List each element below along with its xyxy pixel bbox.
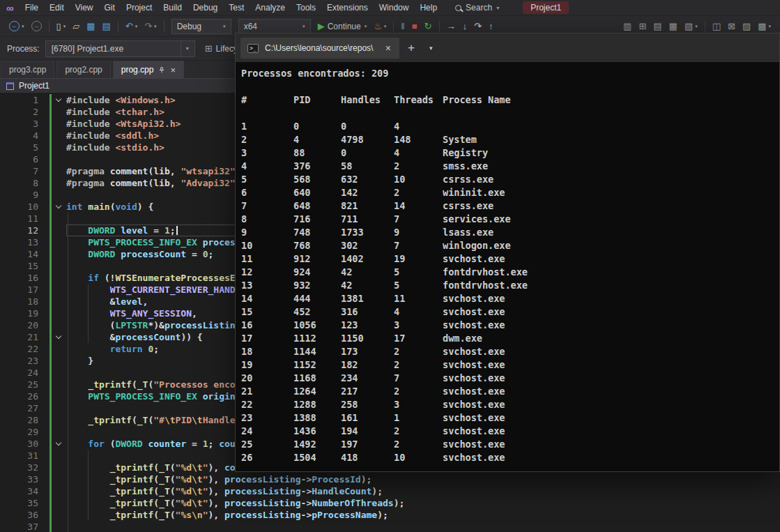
navigate-back-icon[interactable]: ←▾ — [7, 19, 26, 34]
autos-window-icon[interactable]: ▤ — [651, 19, 664, 34]
menu-debug[interactable]: Debug — [188, 1, 223, 14]
terminal-line: Processos encontrados: 209 — [241, 67, 779, 80]
step-out-icon[interactable]: ↑ — [487, 19, 496, 34]
locals-window-icon[interactable]: ▦ — [667, 19, 680, 34]
line-number: 14 — [0, 248, 38, 260]
process-row: 107683027winlogon.exe — [241, 239, 779, 252]
process-row: 2313881611svchost.exe — [241, 411, 779, 425]
solution-platforms-dropdown[interactable]: x64▾ — [238, 19, 311, 34]
menu-file[interactable]: File — [20, 1, 44, 14]
change-tracking-bar — [49, 94, 52, 532]
indent-guide — [88, 450, 89, 521]
process-dropdown-value: [6780] Project1.exe — [52, 44, 123, 54]
pin-icon[interactable] — [158, 66, 165, 74]
process-row: 171112115017dwm.exe — [241, 332, 779, 345]
process-row: 1911521822svchost.exe — [241, 358, 779, 372]
save-icon[interactable]: ▦ — [84, 19, 97, 34]
terminal-dropdown-button[interactable]: ▾ — [423, 45, 439, 52]
process-row: 13932425fontdrvhost.exe — [241, 279, 779, 292]
step-into-icon[interactable]: ↓ — [461, 19, 470, 34]
menu-help[interactable]: Help — [414, 1, 443, 14]
collapse-chevron-icon[interactable] — [56, 440, 61, 446]
immediate-window-icon[interactable]: ▨ — [740, 19, 753, 34]
fold-margin — [51, 367, 66, 379]
menu-analyze[interactable]: Analyze — [250, 1, 291, 14]
show-next-statement-icon[interactable]: → — [445, 19, 458, 34]
terminal-tab-bar: >_ C:\Users\leona\source\repos\ × + ▾ — [236, 33, 779, 62]
code-line: 34 _tprintf(_T("%d\t"), processListing->… — [0, 485, 780, 497]
save-all-icon[interactable]: ▤ — [100, 19, 112, 34]
breakpoints-window-icon[interactable]: ◫ — [710, 19, 723, 34]
solution-configurations-dropdown[interactable]: Debug▾ — [171, 19, 231, 34]
collapse-chevron-icon[interactable] — [56, 333, 61, 339]
undo-icon[interactable]: ↶▾ — [123, 19, 139, 34]
solution-name-button[interactable]: Project1 — [523, 1, 569, 14]
line-number: 32 — [0, 462, 38, 473]
text-cursor — [176, 226, 178, 235]
lifecycle-events-icon: ⊞ — [205, 43, 213, 54]
line-number: 8 — [0, 177, 38, 189]
terminal-window[interactable]: >_ C:\Users\leona\source\repos\ × + ▾ Pr… — [235, 33, 780, 472]
process-dropdown[interactable]: [6780] Project1.exe ▾ — [45, 40, 195, 57]
line-number: 28 — [0, 414, 38, 426]
menu-edit[interactable]: Edit — [44, 1, 70, 14]
tab-prog3.cpp[interactable]: prog3.cpp — [1, 61, 54, 78]
process-row: 764882114csrss.exe — [241, 199, 779, 213]
terminal-tab[interactable]: >_ C:\Users\leona\source\repos\ × — [240, 38, 399, 59]
process-row: 1610561233svchost.exe — [241, 319, 779, 332]
search-icon — [455, 5, 461, 11]
terminal-new-tab-button[interactable]: + — [399, 41, 423, 55]
exception-settings-icon[interactable]: ⊠ — [726, 19, 737, 34]
chevron-down-icon: ▾ — [181, 41, 189, 56]
line-number: 24 — [0, 367, 38, 379]
menu-test[interactable]: Test — [223, 1, 250, 14]
fold-margin — [51, 426, 66, 438]
visual-studio-logo-icon: ∞ — [6, 2, 14, 14]
fold-margin — [51, 248, 66, 260]
line-number: 29 — [0, 426, 38, 438]
diagnostic-tools-icon[interactable]: ▥ — [621, 19, 634, 34]
collapse-chevron-icon[interactable] — [56, 96, 61, 102]
menu-git[interactable]: Git — [99, 1, 121, 14]
menu-build[interactable]: Build — [158, 1, 188, 14]
close-icon[interactable]: × — [170, 65, 176, 75]
open-file-icon[interactable]: ▱ — [70, 19, 82, 34]
fold-margin — [51, 153, 66, 165]
menu-project[interactable]: Project — [121, 1, 158, 14]
tab-prog2.cpp[interactable]: prog2.cpp — [56, 61, 110, 78]
code-line: 37 — [0, 521, 780, 532]
step-over-icon[interactable]: ↷ — [472, 19, 484, 34]
fold-margin — [51, 319, 66, 331]
collapse-chevron-icon[interactable] — [56, 203, 61, 208]
output-window-icon[interactable]: ▩▾ — [756, 19, 773, 34]
line-number: 2 — [0, 106, 38, 118]
watch-window-icon[interactable]: ⊞ — [636, 19, 648, 34]
toolbar-separator — [49, 21, 49, 32]
process-row: 1811441732svchost.exe — [241, 345, 779, 358]
menu-view[interactable]: View — [70, 1, 99, 14]
hot-reload-icon[interactable]: ♨▾ — [372, 19, 388, 34]
search-label: Search — [466, 3, 492, 13]
fold-margin — [51, 414, 66, 426]
menu-window[interactable]: Window — [374, 1, 415, 14]
project-window-title: Project1 — [19, 81, 49, 91]
restart-icon[interactable]: ↻ — [422, 19, 434, 34]
redo-icon[interactable]: ↷▾ — [142, 19, 158, 34]
search-box[interactable]: Search ▾ — [455, 3, 499, 13]
tab-prog.cpp[interactable]: prog.cpp× — [113, 61, 184, 78]
break-all-icon[interactable]: ‖ — [399, 19, 406, 34]
new-file-icon[interactable]: ▯▾ — [54, 19, 68, 34]
stop-debugging-icon[interactable]: ■ — [410, 19, 420, 34]
navigate-forward-icon[interactable]: → — [29, 19, 44, 34]
process-row: 1004 — [241, 120, 779, 133]
fold-margin — [51, 343, 66, 355]
line-number: 35 — [0, 497, 38, 509]
terminal-tab-close-icon[interactable]: × — [383, 43, 394, 54]
menu-tools[interactable]: Tools — [291, 1, 321, 14]
menu-extensions[interactable]: Extensions — [321, 1, 374, 14]
fold-margin — [51, 213, 66, 225]
continue-button[interactable]: ▶Continue▾ — [316, 19, 369, 34]
fold-margin — [51, 497, 66, 509]
call-stack-window-icon[interactable]: ▧▾ — [682, 19, 700, 34]
line-number: 15 — [0, 260, 38, 272]
